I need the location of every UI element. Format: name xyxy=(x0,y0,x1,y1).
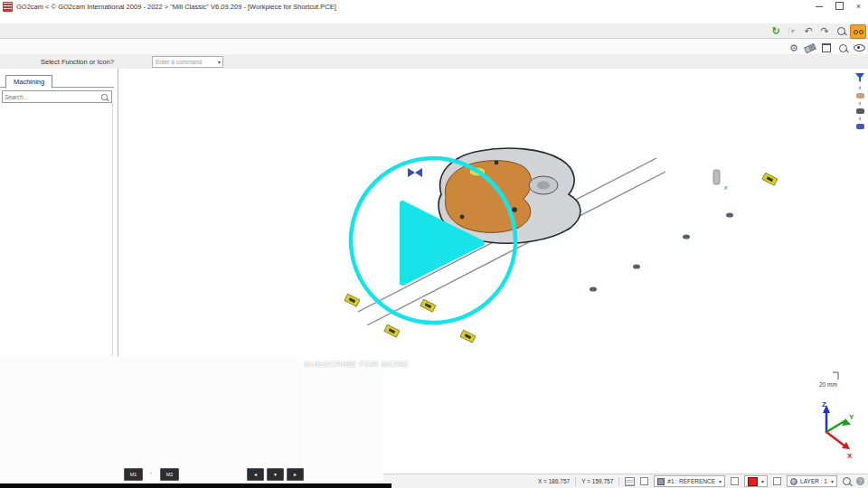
bucket-icon xyxy=(822,43,831,52)
title-bar: GO2cam < © GO2cam International 2009 - 2… xyxy=(0,0,868,13)
window-title: GO2cam < © GO2cam International 2009 - 2… xyxy=(16,3,336,11)
view-tools: ↻ ☞ ↶ ↷ ⚙ xyxy=(769,24,866,54)
command-prompt-label: Select Function or Icon? xyxy=(41,58,114,66)
axis-y-label: Y xyxy=(849,413,854,421)
y-coordinate: Y = 159.757 xyxy=(581,478,613,484)
bin-icon[interactable] xyxy=(819,42,834,54)
key-m1: M1 xyxy=(124,468,143,481)
color-swatch xyxy=(748,477,758,486)
zoom-window-icon[interactable] xyxy=(835,42,850,54)
close-button[interactable]: × xyxy=(856,2,861,11)
layer-checkbox[interactable] xyxy=(773,477,781,485)
search-input[interactable] xyxy=(3,94,100,100)
scale-indicator: 20 mm xyxy=(819,372,838,388)
key-arrow-left: ◄ xyxy=(247,468,264,481)
machining-tree xyxy=(2,103,113,374)
collapse-left-icon[interactable]: ‹ xyxy=(859,85,862,91)
eye-icon xyxy=(854,44,865,52)
filter-icon[interactable] xyxy=(854,72,865,83)
redo-icon[interactable]: ↷ xyxy=(817,24,832,37)
color-dropdown[interactable]: ▾ xyxy=(744,475,768,487)
subscribe-text: SUBSCRIBE FOR MORE xyxy=(304,359,409,369)
undo-icon[interactable]: ↶ xyxy=(801,24,816,37)
keyboard-numpad xyxy=(304,369,383,481)
layer-sphere-icon xyxy=(790,478,797,485)
tab-machining[interactable]: Machining xyxy=(5,75,52,89)
search-icon xyxy=(101,93,108,99)
key-arrow-right: ► xyxy=(287,468,304,481)
layer-dropdown[interactable]: LAYER : 1 ▾ xyxy=(787,475,837,487)
keyboard-overlay: M1 · M2 ◄ ▼ ► xyxy=(0,356,392,488)
glasses-icon xyxy=(854,30,863,34)
keyboard-bottom-bar xyxy=(0,483,392,488)
command-input[interactable]: Enter a command ▾ xyxy=(152,56,223,68)
command-bar: Select Function or Icon? Enter a command… xyxy=(0,54,868,70)
collapse-left-icon[interactable]: ‹ xyxy=(859,100,862,107)
minimize-button[interactable] xyxy=(816,2,823,11)
reference-dropdown[interactable]: #1 : REFERENCE ▾ xyxy=(654,475,725,487)
scale-label: 20 mm xyxy=(819,381,837,388)
chevron-down-icon: ▾ xyxy=(218,59,221,65)
collapse-left-icon[interactable]: ‹ xyxy=(859,116,862,122)
chevron-down-icon: ▾ xyxy=(719,478,722,484)
eraser-icon[interactable] xyxy=(803,42,817,54)
settings-icon[interactable]: ⚙ xyxy=(787,42,801,54)
reference-checkbox[interactable] xyxy=(640,477,648,485)
tool-tag: x xyxy=(723,184,728,191)
command-placeholder: Enter a command xyxy=(156,59,202,65)
pointer-icon[interactable]: ☞ xyxy=(785,24,799,37)
chip-tool-icon[interactable] xyxy=(856,124,864,129)
ribbon-tabs xyxy=(0,23,868,38)
eraser-glyph-icon xyxy=(804,42,816,52)
chevron-down-icon: ▾ xyxy=(761,478,764,484)
x-coordinate: X = 186.757 xyxy=(538,478,570,484)
help-icon[interactable]: ? xyxy=(856,477,864,485)
maximize-icon xyxy=(835,2,844,10)
zoom-icon[interactable] xyxy=(834,24,848,37)
search-box[interactable] xyxy=(2,90,112,103)
color-checkbox[interactable] xyxy=(731,477,739,485)
right-toolbar: ‹ ‹ ‹ xyxy=(853,72,867,129)
ribbon-toolbar xyxy=(0,38,868,56)
reference-cube-icon xyxy=(657,478,665,485)
dot: · xyxy=(150,470,152,476)
magnifier-icon xyxy=(839,44,847,52)
keyboard-main: M1 · M2 ◄ ▼ ► xyxy=(0,356,303,483)
axis-triad: Z Y X xyxy=(822,400,854,460)
key-m2: M2 xyxy=(160,468,179,481)
grid-edit-icon[interactable] xyxy=(625,477,635,486)
key-arrow-down: ▼ xyxy=(267,468,284,481)
zoom-all-icon[interactable] xyxy=(843,477,851,485)
layer-value: LAYER : 1 xyxy=(800,478,827,484)
visibility-icon[interactable] xyxy=(852,42,866,54)
chevron-down-icon: ▾ xyxy=(831,478,834,484)
magnifier-icon xyxy=(837,27,845,35)
regenerate-icon[interactable]: ↻ xyxy=(769,24,783,37)
reference-value: #1 : REFERENCE xyxy=(667,478,715,484)
axis-x-label: X xyxy=(847,452,853,460)
go2operator-glasses-icon[interactable] xyxy=(850,24,866,39)
app-icon xyxy=(3,2,13,12)
axis-z-label: Z xyxy=(822,400,826,408)
maximize-button[interactable] xyxy=(835,2,844,12)
minimize-icon xyxy=(816,6,823,7)
